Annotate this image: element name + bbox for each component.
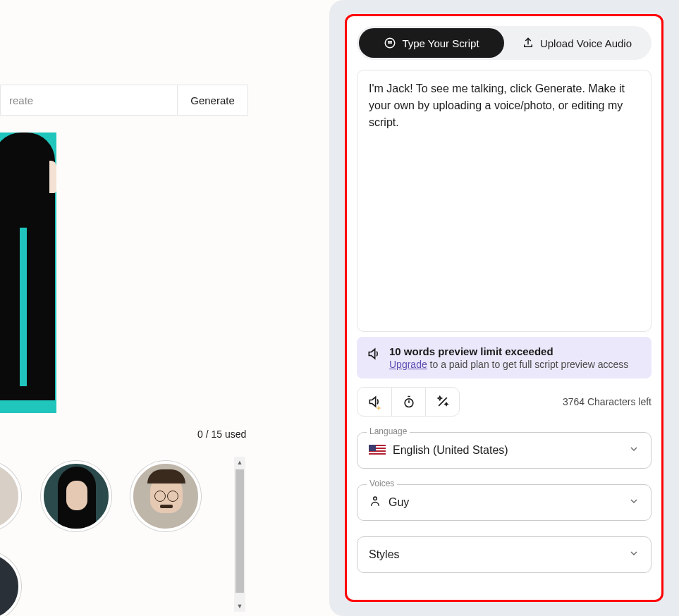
language-legend: Language <box>367 426 410 436</box>
styles-select[interactable]: Styles <box>357 536 652 573</box>
magic-button[interactable] <box>425 388 459 416</box>
avatar-preview <box>0 133 56 413</box>
tab-label: Type Your Script <box>402 37 479 49</box>
banner-tail: to a paid plan to get full script previe… <box>427 359 629 370</box>
avatar-option-3[interactable] <box>130 461 201 531</box>
timing-button[interactable] <box>391 388 425 416</box>
usage-counter: 0 / 15 used <box>197 429 246 440</box>
upload-icon <box>522 37 534 49</box>
generate-button[interactable]: Generate <box>177 85 247 115</box>
mustache-icon <box>160 505 173 508</box>
styles-field: Styles <box>357 536 652 573</box>
chat-icon <box>384 37 396 49</box>
scrollbar-thumb[interactable] <box>235 469 244 593</box>
chevron-down-icon <box>628 443 640 457</box>
language-value: English (United States) <box>393 444 508 457</box>
avatar-option-2[interactable] <box>41 461 111 531</box>
limit-banner: 10 words preview limit exceeded Upgrade … <box>357 337 652 378</box>
scrollbar-up[interactable]: ▲ <box>234 457 245 468</box>
sparkle-icon <box>376 405 381 411</box>
voices-value: Guy <box>389 496 409 509</box>
tabs: Type Your Script Upload Voice Audio <box>357 26 652 60</box>
avatar-carousel: ▲ ▼ <box>0 457 248 612</box>
chars-left: 3764 Characters left <box>563 396 652 407</box>
speaker-icon <box>367 347 381 364</box>
topbar-fragment: reate <box>1 94 177 106</box>
chevron-down-icon <box>628 548 640 562</box>
glasses-icon <box>154 491 178 497</box>
script-input[interactable] <box>357 70 652 332</box>
voices-legend: Voices <box>367 479 397 488</box>
tab-label: Upload Voice Audio <box>540 37 632 49</box>
us-flag-icon <box>369 445 386 456</box>
mini-toolbar <box>357 387 460 417</box>
scrollbar[interactable]: ▲ ▼ <box>234 457 245 612</box>
styles-value: Styles <box>369 548 400 561</box>
preview-voice-button[interactable] <box>357 388 391 416</box>
left-panel: reate Generate 0 / 15 used ▲ ▼ <box>0 0 293 616</box>
language-field: Language English (United States) <box>357 432 652 469</box>
script-panel: Type Your Script Upload Voice Audio 10 w… <box>345 14 663 602</box>
avatar-option-1[interactable] <box>0 461 21 531</box>
top-bar: reate Generate <box>0 85 248 116</box>
banner-subtitle: Upgrade to a paid plan to get full scrip… <box>389 359 628 370</box>
avatar-figure <box>0 133 56 413</box>
voices-select[interactable]: Guy <box>357 484 652 521</box>
banner-body: 10 words preview limit exceeded Upgrade … <box>389 345 628 370</box>
svg-point-2 <box>374 497 377 500</box>
chevron-down-icon <box>628 495 640 510</box>
voices-field: Voices Guy <box>357 484 652 521</box>
scrollbar-down[interactable]: ▼ <box>234 600 245 612</box>
tab-type-script[interactable]: Type Your Script <box>359 28 504 58</box>
person-icon <box>369 495 381 510</box>
right-panel: Type Your Script Upload Voice Audio 10 w… <box>329 0 679 616</box>
avatar-option-4[interactable] <box>0 551 21 616</box>
language-select[interactable]: English (United States) <box>357 432 652 469</box>
toolbar-row: 3764 Characters left <box>357 387 652 417</box>
banner-title: 10 words preview limit exceeded <box>389 345 628 357</box>
tab-upload-voice[interactable]: Upload Voice Audio <box>504 28 649 58</box>
upgrade-link[interactable]: Upgrade <box>389 359 427 370</box>
